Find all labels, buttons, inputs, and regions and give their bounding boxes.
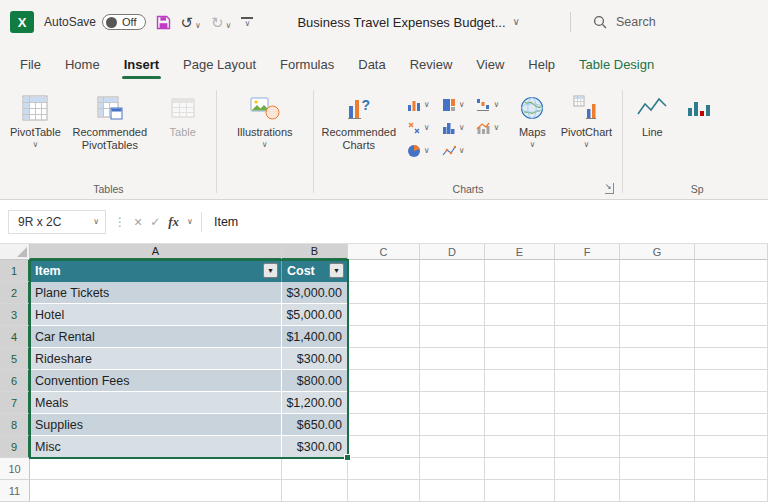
column-header-f[interactable]: F bbox=[555, 244, 620, 260]
cell-b11[interactable] bbox=[282, 480, 348, 502]
tab-home[interactable]: Home bbox=[53, 48, 112, 82]
cell-d2[interactable] bbox=[420, 282, 485, 304]
cell-d1[interactable] bbox=[420, 260, 485, 282]
cell-e5[interactable] bbox=[485, 348, 555, 370]
cell-e9[interactable] bbox=[485, 436, 555, 458]
document-title[interactable]: Business Travel Expenses Budget... ∨ bbox=[297, 15, 519, 30]
cell-b10[interactable] bbox=[282, 458, 348, 480]
tab-file[interactable]: File bbox=[8, 48, 53, 82]
cell-c2[interactable] bbox=[348, 282, 420, 304]
recommended-charts-button[interactable]: ? Recommended Charts bbox=[319, 88, 399, 154]
autosave-toggle[interactable]: AutoSave Off bbox=[44, 14, 146, 30]
cell-a2[interactable]: Plane Tickets bbox=[30, 282, 282, 304]
cell-a10[interactable] bbox=[30, 458, 282, 480]
formula-bar-input[interactable]: Item bbox=[210, 215, 238, 229]
column-header-g[interactable]: G bbox=[620, 244, 695, 260]
cell-d7[interactable] bbox=[420, 392, 485, 414]
cell-g2[interactable] bbox=[620, 282, 695, 304]
statistic-chart-button[interactable]: ∨ bbox=[442, 121, 465, 135]
save-button[interactable] bbox=[156, 15, 171, 30]
table-button[interactable]: Table bbox=[155, 88, 211, 141]
cell-a6[interactable]: Convention Fees bbox=[30, 370, 282, 392]
column-sparkline-button[interactable] bbox=[676, 88, 722, 125]
autosave-switch[interactable]: Off bbox=[102, 14, 145, 30]
cell-f9[interactable] bbox=[555, 436, 620, 458]
tab-view[interactable]: View bbox=[464, 48, 516, 82]
cell-a3[interactable]: Hotel bbox=[30, 304, 282, 326]
cell-d11[interactable] bbox=[420, 480, 485, 502]
cell-a5[interactable]: Rideshare bbox=[30, 348, 282, 370]
fill-handle[interactable] bbox=[344, 454, 351, 461]
cell-f6[interactable] bbox=[555, 370, 620, 392]
tab-page-layout[interactable]: Page Layout bbox=[171, 48, 268, 82]
cell-b9[interactable]: $300.00 bbox=[282, 436, 348, 458]
cell-f8[interactable] bbox=[555, 414, 620, 436]
cell-e10[interactable] bbox=[485, 458, 555, 480]
cell-d4[interactable] bbox=[420, 326, 485, 348]
row-header-9[interactable]: 9 bbox=[0, 436, 30, 458]
cell-e6[interactable] bbox=[485, 370, 555, 392]
name-box[interactable]: 9R x 2C ∨ bbox=[8, 210, 106, 234]
cell-b4[interactable]: $1,400.00 bbox=[282, 326, 348, 348]
charts-dialog-launcher-icon[interactable]: ↘ bbox=[605, 183, 615, 194]
cell-d9[interactable] bbox=[420, 436, 485, 458]
cell-g11[interactable] bbox=[620, 480, 695, 502]
tab-insert[interactable]: Insert bbox=[112, 48, 171, 82]
tab-help[interactable]: Help bbox=[516, 48, 567, 82]
cell-f3[interactable] bbox=[555, 304, 620, 326]
cell-e3[interactable] bbox=[485, 304, 555, 326]
cell-g8[interactable] bbox=[620, 414, 695, 436]
cell-a9[interactable]: Misc bbox=[30, 436, 282, 458]
row-header-8[interactable]: 8 bbox=[0, 414, 30, 436]
filter-button[interactable]: ▼ bbox=[263, 263, 278, 278]
row-header-4[interactable]: 4 bbox=[0, 326, 30, 348]
cell-c10[interactable] bbox=[348, 458, 420, 480]
cell-f4[interactable] bbox=[555, 326, 620, 348]
cell-e8[interactable] bbox=[485, 414, 555, 436]
cell-c4[interactable] bbox=[348, 326, 420, 348]
cell-d10[interactable] bbox=[420, 458, 485, 480]
redo-button[interactable]: ↻ ∨ bbox=[211, 15, 231, 30]
tab-table-design[interactable]: Table Design bbox=[567, 48, 666, 82]
select-all-corner[interactable] bbox=[0, 244, 30, 260]
cell-g3[interactable] bbox=[620, 304, 695, 326]
cell-g6[interactable] bbox=[620, 370, 695, 392]
cell-g7[interactable] bbox=[620, 392, 695, 414]
cell-a4[interactable]: Car Rental bbox=[30, 326, 282, 348]
cell-e1[interactable] bbox=[485, 260, 555, 282]
cell-b8[interactable]: $650.00 bbox=[282, 414, 348, 436]
cell-c9[interactable] bbox=[348, 436, 420, 458]
row-header-7[interactable]: 7 bbox=[0, 392, 30, 414]
cell-f2[interactable] bbox=[555, 282, 620, 304]
cell-f1[interactable] bbox=[555, 260, 620, 282]
cell-d6[interactable] bbox=[420, 370, 485, 392]
cell-f11[interactable] bbox=[555, 480, 620, 502]
undo-button[interactable]: ↺ ∨ bbox=[181, 15, 201, 30]
row-header-3[interactable]: 3 bbox=[0, 304, 30, 326]
cell-g5[interactable] bbox=[620, 348, 695, 370]
excel-logo-icon[interactable]: X bbox=[10, 11, 34, 33]
filter-button[interactable]: ▼ bbox=[329, 263, 344, 278]
cell-g1[interactable] bbox=[620, 260, 695, 282]
column-header-a[interactable]: A bbox=[30, 244, 282, 260]
row-header-11[interactable]: 11 bbox=[0, 480, 30, 502]
combo-chart-button[interactable]: ∨ bbox=[476, 121, 499, 135]
formula-bar-drag-handle-icon[interactable]: ⋮ bbox=[114, 215, 126, 229]
cell-b6[interactable]: $800.00 bbox=[282, 370, 348, 392]
scatter-chart-button[interactable]: ∨ bbox=[407, 121, 430, 135]
cell-a7[interactable]: Meals bbox=[30, 392, 282, 414]
quick-access-toolbar-menu-icon[interactable]: ∨ bbox=[241, 17, 253, 28]
cell-f10[interactable] bbox=[555, 458, 620, 480]
illustrations-button[interactable]: Illustrations∨ bbox=[222, 88, 308, 151]
maps-button[interactable]: Maps∨ bbox=[509, 88, 555, 151]
cell-c6[interactable] bbox=[348, 370, 420, 392]
cell-e7[interactable] bbox=[485, 392, 555, 414]
column-header-e[interactable]: E bbox=[485, 244, 555, 260]
row-header-6[interactable]: 6 bbox=[0, 370, 30, 392]
column-header-c[interactable]: C bbox=[348, 244, 420, 260]
search-box[interactable]: Search bbox=[581, 9, 756, 35]
cell-g9[interactable] bbox=[620, 436, 695, 458]
pie-chart-button[interactable]: ∨ bbox=[407, 144, 430, 158]
insert-function-icon[interactable]: fx bbox=[168, 214, 179, 230]
cell-b3[interactable]: $5,000.00 bbox=[282, 304, 348, 326]
